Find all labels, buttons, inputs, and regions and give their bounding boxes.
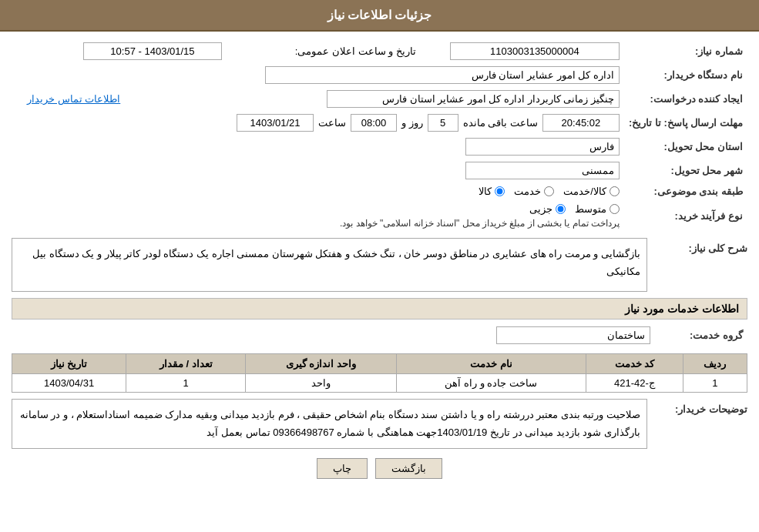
- city-value: ممسنی: [465, 162, 620, 179]
- page-title: جزئیات اطلاعات نیاز: [327, 8, 432, 22]
- category-radio-kala-khedmat-input[interactable]: [610, 186, 620, 196]
- col-row-num: ردیف: [683, 354, 747, 374]
- group-service-table: گروه خدمت: ساختمان: [12, 323, 747, 347]
- table-cell-3: واحد: [246, 374, 396, 393]
- col-quantity: تعداد / مقدار: [126, 354, 246, 374]
- purchase-radio-partial[interactable]: جزیی: [529, 203, 566, 215]
- description-section: شرح کلی نیاز: بازگشایی و مرمت راه های عش…: [12, 238, 747, 292]
- deadline-label: مهلت ارسال پاسخ: تا تاریخ:: [624, 111, 747, 135]
- purchase-note: پرداخت تمام یا بخشی از مبلغ خریداز محل "…: [340, 218, 620, 229]
- description-text: بازگشایی و مرمت راه های عشایری در مناطق …: [12, 238, 647, 292]
- table-cell-0: 1: [683, 374, 747, 393]
- category-cell: کالا/خدمت خدمت کالا: [12, 182, 624, 200]
- category-radio-kala-khedmat-label: کالا/خدمت: [563, 186, 606, 197]
- request-number-cell: 1103003135000004: [432, 39, 624, 63]
- publish-date-value: 1403/01/15 - 10:57: [83, 42, 222, 60]
- deadline-date-value: 1403/01/21: [237, 114, 314, 132]
- col-service-code: کد خدمت: [586, 354, 683, 374]
- deadline-time-value: 08:00: [351, 114, 397, 132]
- group-service-label: گروه خدمت:: [655, 323, 747, 347]
- services-section-header: اطلاعات خدمات مورد نیاز: [12, 298, 747, 320]
- category-radio-khedmat-label: خدمت: [514, 186, 541, 197]
- back-button[interactable]: بازگشت: [375, 458, 442, 479]
- page-header: جزئیات اطلاعات نیاز: [0, 0, 759, 32]
- request-number-value: 1103003135000004: [450, 42, 620, 60]
- purchase-type-label: نوع فرآیند خرید:: [624, 200, 747, 232]
- purchase-radio-medium[interactable]: متوسط: [575, 203, 620, 215]
- purchase-radio-medium-label: متوسط: [575, 203, 606, 215]
- table-row: 1ج-42-421ساخت جاده و راه آهنواحد11403/04…: [12, 374, 747, 393]
- category-radio-kala-label: کالا: [479, 186, 492, 197]
- col-service-name: نام خدمت: [396, 354, 586, 374]
- request-number-label: شماره نیاز:: [624, 39, 747, 63]
- category-label: طبقه بندی موضوعی:: [624, 182, 747, 200]
- contact-info-link[interactable]: اطلاعات تماس خریدار: [27, 93, 120, 105]
- purchase-radio-partial-input[interactable]: [556, 204, 566, 214]
- buyer-name-cell: اداره کل امور عشایر استان فارس: [12, 63, 624, 87]
- buyer-name-value: اداره کل امور عشایر استان فارس: [265, 66, 620, 84]
- province-label: استان محل تحویل:: [624, 135, 747, 159]
- category-radio-kala[interactable]: کالا: [479, 186, 505, 197]
- category-radio-khedmat-input[interactable]: [544, 186, 554, 196]
- publish-date-label-cell: تاریخ و ساعت اعلان عمومی:: [227, 39, 432, 63]
- description-label: شرح کلی نیاز:: [655, 238, 747, 254]
- creator-label: ایجاد کننده درخواست:: [624, 87, 747, 111]
- category-radio-kala-input[interactable]: [495, 186, 505, 196]
- purchase-type-cell: متوسط جزیی پرداخت تمام یا بخشی از مبلغ خ…: [12, 200, 624, 232]
- buyer-name-label: نام دستگاه خریدار:: [624, 63, 747, 87]
- deadline-time-label: ساعت: [318, 117, 346, 129]
- buyer-notes-section: توضیحات خریدار: صلاحیت ورتبه بندی معتبر …: [12, 399, 747, 449]
- purchase-radio-medium-input[interactable]: [610, 204, 620, 214]
- publish-date-label: تاریخ و ساعت اعلان عمومی:: [295, 45, 416, 57]
- province-value: فارس: [465, 138, 620, 156]
- print-button[interactable]: چاپ: [317, 458, 368, 479]
- group-service-cell: ساختمان: [12, 323, 655, 347]
- category-radio-kala-khedmat[interactable]: کالا/خدمت: [563, 186, 620, 197]
- group-service-value: ساختمان: [496, 326, 650, 344]
- deadline-days-label: روز و: [401, 117, 423, 129]
- purchase-radio-partial-label: جزیی: [529, 203, 552, 215]
- table-cell-2: ساخت جاده و راه آهن: [396, 374, 586, 393]
- creator-value: چنگیز زمانی کاربردار اداره کل امور عشایر…: [327, 90, 620, 108]
- city-label: شهر محل تحویل:: [624, 159, 747, 182]
- services-table: ردیف کد خدمت نام خدمت واحد اندازه گیری ت…: [12, 353, 747, 393]
- deadline-days-value: 5: [428, 114, 458, 132]
- deadline-remaining-label: ساعت باقی مانده: [463, 117, 538, 129]
- buttons-row: بازگشت چاپ: [12, 458, 747, 479]
- publish-date-value-cell: 1403/01/15 - 10:57: [12, 39, 227, 63]
- table-cell-5: 1403/04/31: [12, 374, 126, 393]
- deadline-cell: 20:45:02 ساعت باقی مانده 5 روز و 08:00 س…: [12, 111, 624, 135]
- buyer-notes-label: توضیحات خریدار:: [655, 399, 747, 415]
- deadline-remaining-value: 20:45:02: [542, 114, 620, 132]
- col-date: تاریخ نیاز: [12, 354, 126, 374]
- contact-link-cell: اطلاعات تماس خریدار: [12, 87, 227, 111]
- province-cell: فارس: [12, 135, 624, 159]
- info-table: شماره نیاز: 1103003135000004 تاریخ و ساع…: [12, 39, 747, 232]
- creator-cell: چنگیز زمانی کاربردار اداره کل امور عشایر…: [227, 87, 624, 111]
- buyer-notes-text: صلاحیت ورتبه بندی معتبر دررشته راه و یا …: [12, 399, 647, 449]
- city-cell: ممسنی: [12, 159, 624, 182]
- table-cell-4: 1: [126, 374, 246, 393]
- category-radio-khedmat[interactable]: خدمت: [514, 186, 554, 197]
- col-unit: واحد اندازه گیری: [246, 354, 396, 374]
- table-cell-1: ج-42-421: [586, 374, 683, 393]
